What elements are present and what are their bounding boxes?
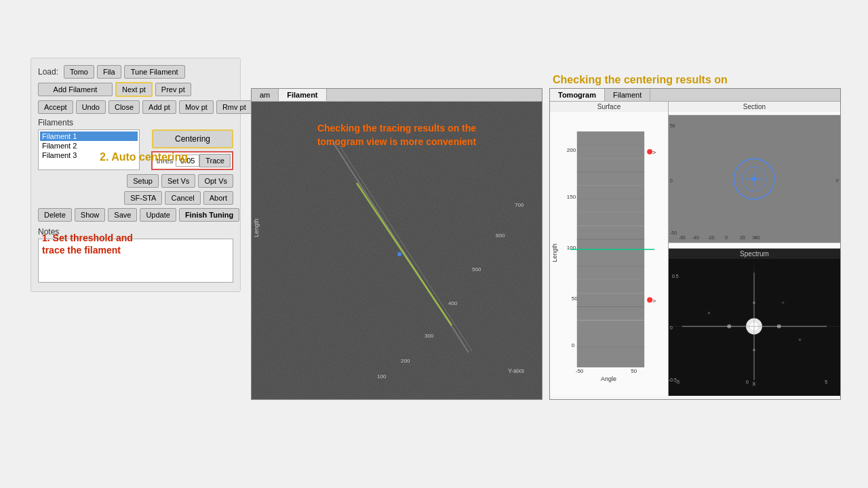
svg-text:-5: -5 (675, 380, 679, 384)
svg-point-79 (782, 302, 785, 304)
filaments-label: Filaments (38, 118, 233, 127)
rmv-pt-button[interactable]: Rmv pt (216, 100, 252, 114)
opt-vs-button[interactable]: Opt Vs (198, 174, 233, 188)
svg-text:50: 50 (670, 123, 675, 128)
tomo-tabs: am Filament (252, 89, 542, 102)
svg-text:Length: Length (551, 243, 558, 262)
update-button[interactable]: Update (140, 208, 176, 222)
set-vs-button[interactable]: Set Vs (161, 174, 195, 188)
add-filament-button[interactable]: Add Filament (38, 83, 113, 96)
svg-point-74 (777, 325, 781, 329)
svg-point-78 (798, 338, 801, 341)
surface-title: Surface (550, 102, 668, 112)
svg-point-45 (647, 298, 652, 303)
section-title: Section (669, 102, 840, 112)
right-tabs: Tomogram Filament (550, 89, 840, 102)
prev-pt-button[interactable]: Prev pt (155, 83, 191, 96)
svg-text:Y: Y (835, 178, 840, 184)
svg-text:100: 100 (377, 373, 387, 380)
spectrum-visualization: X 0.5 0 -0.5 -5 0 5 (669, 259, 840, 394)
svg-text:20: 20 (740, 235, 745, 240)
svg-point-75 (753, 302, 755, 304)
abort-button[interactable]: Abort (203, 191, 233, 205)
svg-text:0: 0 (746, 380, 749, 384)
svg-text:5: 5 (825, 380, 827, 384)
section-spectrum-panel: Section X -60 -40 (669, 102, 840, 396)
svg-text:X: X (752, 381, 756, 387)
svg-text:700: 700 (515, 202, 524, 208)
svg-point-76 (753, 348, 755, 351)
next-pt-button[interactable]: Next pt (115, 82, 153, 97)
tomo-annotation: Checking the tracing results on thetomog… (258, 122, 535, 148)
section-panel: Section X -60 -40 (669, 102, 840, 249)
svg-point-73 (727, 325, 731, 329)
right-tab-filament[interactable]: Filament (605, 89, 650, 101)
svg-text:>: > (652, 149, 656, 156)
svg-text:600: 600 (496, 232, 505, 239)
svg-point-44 (647, 149, 652, 155)
left-panel: Load: Tomo Fila Tune Filament Add Filame… (31, 58, 241, 292)
setup-button[interactable]: Setup (127, 174, 159, 188)
right-tab-tomogram[interactable]: Tomogram (550, 89, 605, 101)
tomo-button[interactable]: Tomo (64, 65, 94, 79)
surface-panel: Surface Angle Length 200 150 100 50 0 -5… (550, 102, 669, 396)
tomo-view: am Filament Tomogram (251, 88, 542, 400)
mov-pt-button[interactable]: Mov pt (179, 100, 214, 114)
spectrum-panel: Spectrum (669, 249, 840, 396)
svg-text:-40: -40 (692, 235, 699, 240)
filament-item-1[interactable]: Filament 1 (40, 131, 138, 141)
filament-item-2[interactable]: Filament 2 (40, 141, 138, 150)
svg-point-54 (752, 177, 756, 181)
spectrum-title: Spectrum (669, 249, 840, 259)
svg-text:-60: -60 (679, 235, 686, 240)
tune-filament-button[interactable]: Tune Filament (124, 65, 185, 79)
sf-sta-button[interactable]: SF-STA (124, 191, 162, 205)
svg-point-5 (397, 252, 401, 256)
cancel-button[interactable]: Cancel (165, 191, 200, 205)
svg-text:0: 0 (572, 342, 575, 348)
svg-text:300: 300 (425, 333, 434, 339)
right-panel: Tomogram Filament Surface Angle Length 2… (549, 88, 841, 400)
show-button[interactable]: Show (75, 208, 106, 222)
step1-annotation: 1. Set threshold andtrace the filament (42, 232, 133, 256)
fila-button[interactable]: Fila (97, 65, 121, 79)
svg-text:400: 400 (448, 300, 458, 306)
svg-text:0: 0 (725, 235, 728, 240)
trace-button[interactable]: Trace (199, 154, 231, 167)
svg-text:50: 50 (631, 368, 637, 374)
svg-text:Y-aixs: Y-aixs (508, 367, 525, 374)
svg-text:Angle: Angle (601, 375, 616, 382)
load-label: Load: (38, 67, 58, 77)
svg-text:-50: -50 (576, 368, 584, 374)
tomo-tab-filament[interactable]: Filament (279, 89, 326, 101)
save-button[interactable]: Save (108, 208, 137, 222)
close-button[interactable]: Close (108, 100, 140, 114)
right-content: Surface Angle Length 200 150 100 50 0 -5… (550, 102, 840, 396)
tomo-tab-am[interactable]: am (252, 89, 279, 101)
svg-point-77 (708, 312, 711, 314)
svg-text:0: 0 (670, 178, 673, 183)
add-pt-button[interactable]: Add pt (142, 100, 176, 114)
svg-text:200: 200 (567, 147, 576, 153)
section-visualization: X -60 -40 -20 0 20 40 50 0 -50 Y (669, 112, 840, 246)
svg-text:0.5: 0.5 (672, 274, 679, 279)
svg-text:200: 200 (401, 358, 410, 364)
tomo-canvas: Tomogram Y-aixs Length (252, 102, 542, 396)
surface-visualization: Angle Length 200 150 100 50 0 -50 50 (550, 112, 668, 394)
delete-button[interactable]: Delete (38, 208, 72, 222)
svg-text:Length: Length (253, 218, 260, 237)
svg-text:-20: -20 (708, 235, 715, 240)
step2-annotation: 2. Auto centering (100, 150, 188, 165)
accept-button[interactable]: Accept (38, 100, 73, 114)
finish-tuning-button[interactable]: Finish Tuning (179, 208, 239, 222)
centering-button[interactable]: Centering (152, 129, 233, 148)
svg-text:0: 0 (670, 325, 673, 330)
svg-text:-50: -50 (670, 230, 677, 235)
svg-text:150: 150 (567, 194, 576, 200)
undo-button[interactable]: Undo (76, 100, 106, 114)
svg-text:40: 40 (755, 235, 760, 240)
svg-text:500: 500 (472, 266, 481, 272)
svg-text:>: > (652, 298, 656, 304)
